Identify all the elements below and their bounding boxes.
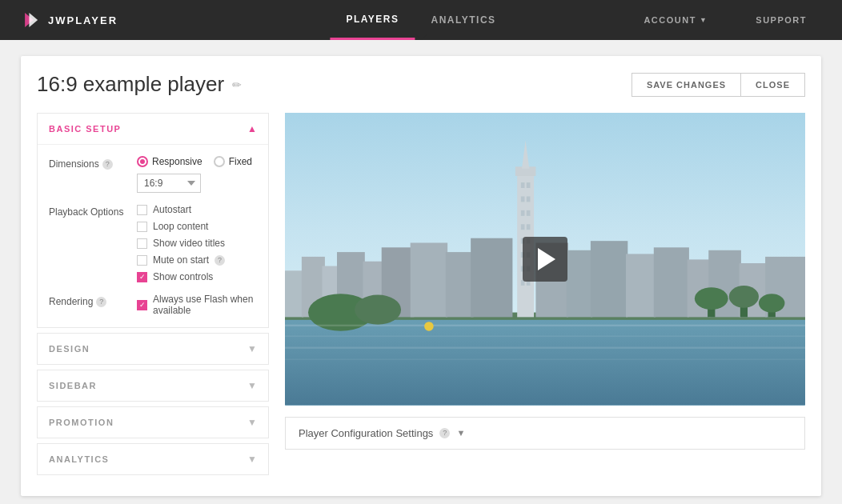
logo[interactable]: JWPLAYER: [19, 7, 118, 33]
accordion-promotion: PROMOTION ▼: [37, 406, 269, 438]
svg-rect-12: [521, 182, 525, 188]
config-help-icon[interactable]: ?: [439, 428, 450, 438]
svg-point-47: [759, 294, 785, 312]
svg-rect-14: [521, 196, 525, 202]
responsive-radio-dot: [137, 156, 148, 167]
svg-rect-48: [285, 325, 805, 326]
svg-rect-28: [411, 243, 447, 318]
mute-on-start-checkbox[interactable]: Mute on start ?: [137, 254, 257, 266]
svg-rect-17: [527, 210, 531, 216]
config-bar-chevron-icon: ▼: [456, 428, 465, 438]
loop-content-checkbox[interactable]: Loop content: [137, 221, 257, 232]
analytics-chevron-icon: ▼: [247, 454, 257, 465]
dimensions-radio-group: Responsive Fixed: [137, 156, 257, 167]
video-preview: [285, 113, 805, 406]
basic-setup-body: Dimensions ? Responsive: [38, 144, 268, 327]
close-button[interactable]: CLOSE: [740, 73, 805, 97]
playback-label: Playback Options: [49, 204, 137, 218]
page-title: 16:9 example player: [37, 72, 224, 97]
play-triangle-icon: [538, 248, 555, 270]
svg-rect-32: [567, 250, 593, 318]
sidebar-header[interactable]: SIDEBAR ▼: [38, 370, 268, 401]
rendering-controls: Always use Flash when available: [137, 294, 257, 316]
accordion-sidebar: SIDEBAR ▼: [37, 370, 269, 402]
autostart-checkbox[interactable]: Autostart: [137, 204, 257, 215]
svg-point-45: [729, 286, 759, 308]
accordion-basic-setup: BASIC SETUP ▲ Dimensions ?: [37, 113, 269, 328]
svg-rect-35: [654, 247, 689, 317]
svg-rect-16: [521, 210, 525, 216]
analytics-header[interactable]: ANALYTICS ▼: [38, 444, 268, 474]
svg-point-43: [695, 287, 728, 310]
nav-right: ACCOUNT ▼ SUPPORT: [627, 0, 823, 40]
loop-content-box: [137, 222, 147, 232]
nav-support[interactable]: SUPPORT: [740, 0, 823, 40]
show-controls-checkbox[interactable]: Show controls: [137, 271, 257, 282]
nav-indicator: [415, 34, 427, 40]
nav-analytics[interactable]: ANALYTICS: [415, 0, 512, 40]
svg-rect-19: [527, 224, 531, 230]
left-panel: BASIC SETUP ▲ Dimensions ?: [37, 113, 269, 480]
fixed-radio-dot: [214, 156, 225, 167]
save-changes-button[interactable]: SAVE CHANGES: [632, 73, 740, 97]
right-panel: Player Configuration Settings ? ▼: [285, 113, 805, 480]
edit-title-icon[interactable]: ✏: [232, 78, 242, 91]
svg-rect-13: [527, 182, 531, 188]
nav-players[interactable]: PLAYERS: [330, 0, 415, 40]
top-navigation: JWPLAYER PLAYERS ANALYTICS ACCOUNT ▼ SUP…: [0, 0, 842, 40]
play-button[interactable]: [523, 237, 567, 282]
accordion-analytics: ANALYTICS ▼: [37, 443, 269, 475]
design-title: DESIGN: [49, 344, 90, 354]
header-row: 16:9 example player ✏ SAVE CHANGES CLOSE: [37, 72, 805, 97]
promotion-title: PROMOTION: [49, 418, 114, 427]
basic-setup-header[interactable]: BASIC SETUP ▲: [38, 114, 268, 144]
accordion-design: DESIGN ▼: [37, 333, 269, 365]
flash-checkbox[interactable]: Always use Flash when available: [137, 294, 257, 316]
show-video-titles-checkbox[interactable]: Show video titles: [137, 238, 257, 249]
promotion-header[interactable]: PROMOTION ▼: [38, 407, 268, 438]
svg-rect-50: [285, 347, 805, 349]
svg-rect-33: [591, 241, 627, 317]
svg-rect-34: [626, 254, 656, 317]
promotion-chevron-icon: ▼: [247, 417, 257, 428]
design-header[interactable]: DESIGN ▼: [38, 334, 268, 364]
nav-account[interactable]: ACCOUNT ▼: [627, 0, 724, 40]
design-chevron-icon: ▼: [247, 343, 257, 354]
show-controls-box: [137, 272, 147, 282]
playback-controls: Autostart Loop content Show video titles: [137, 204, 257, 282]
config-bar-label: Player Configuration Settings: [299, 427, 433, 439]
nav-center: PLAYERS ANALYTICS: [330, 0, 511, 40]
mute-box: [137, 255, 147, 266]
svg-rect-15: [527, 196, 531, 202]
mute-help-icon[interactable]: ?: [215, 255, 225, 266]
analytics-title: ANALYTICS: [49, 454, 109, 464]
flash-box: [137, 300, 147, 310]
autostart-box: [137, 205, 147, 215]
dimensions-controls: Responsive Fixed 16:9 4:3: [137, 156, 257, 193]
dimensions-row: Dimensions ? Responsive: [49, 156, 257, 193]
page-wrapper: 16:9 example player ✏ SAVE CHANGES CLOSE…: [0, 40, 842, 504]
rendering-help-icon[interactable]: ?: [96, 297, 106, 307]
svg-rect-51: [285, 359, 805, 360]
responsive-radio[interactable]: Responsive: [137, 156, 202, 167]
svg-rect-29: [446, 252, 474, 317]
player-title-wrap: 16:9 example player ✏: [37, 72, 242, 97]
svg-rect-1: [285, 317, 805, 405]
show-titles-box: [137, 238, 147, 249]
config-bar[interactable]: Player Configuration Settings ? ▼: [285, 417, 805, 450]
fixed-radio[interactable]: Fixed: [214, 156, 252, 167]
svg-rect-49: [285, 336, 805, 337]
svg-point-41: [355, 295, 401, 325]
rendering-row: Rendering ? Always use Flash when availa…: [49, 294, 257, 316]
aspect-ratio-select[interactable]: 16:9 4:3 Custom: [137, 174, 201, 193]
svg-rect-3: [285, 270, 303, 317]
dimensions-help-icon[interactable]: ?: [102, 159, 113, 170]
main-content: BASIC SETUP ▲ Dimensions ?: [37, 113, 805, 480]
account-dropdown-icon: ▼: [700, 16, 708, 24]
svg-rect-30: [471, 238, 512, 318]
logo-text: JWPLAYER: [48, 14, 118, 26]
dimensions-label: Dimensions ?: [49, 156, 137, 170]
svg-rect-18: [521, 224, 525, 230]
playback-options-row: Playback Options Autostart: [49, 204, 257, 282]
page-inner: 16:9 example player ✏ SAVE CHANGES CLOSE…: [21, 56, 821, 496]
